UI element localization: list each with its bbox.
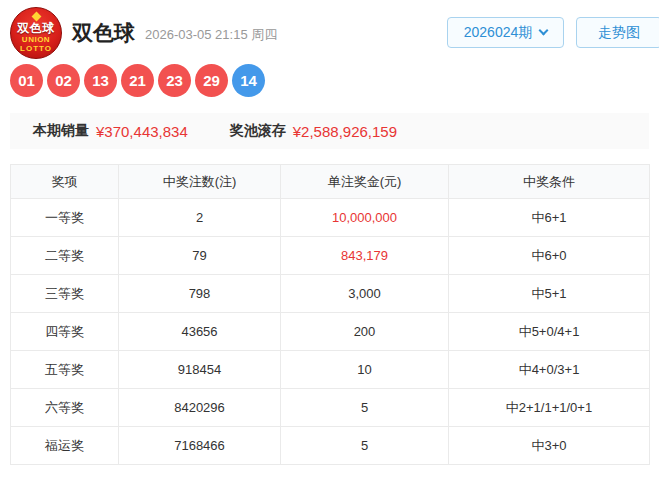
cell-count: 8420296 bbox=[119, 389, 281, 427]
union-lotto-logo: 双色球 UNION LOTTO bbox=[10, 7, 62, 59]
cell-condition: 中6+0 bbox=[449, 237, 650, 275]
red-ball: 01 bbox=[10, 64, 43, 97]
cell-condition: 中4+0/3+1 bbox=[449, 351, 650, 389]
red-ball: 02 bbox=[47, 64, 80, 97]
draw-datetime: 2026-03-05 21:15 周四 bbox=[145, 26, 277, 44]
column-header-count: 中奖注数(注) bbox=[119, 165, 281, 199]
blue-ball: 14 bbox=[232, 64, 265, 97]
logo-text-cn: 双色球 bbox=[17, 22, 55, 34]
pool-value: ¥2,588,926,159 bbox=[293, 123, 397, 140]
cell-prize: 三等奖 bbox=[11, 275, 119, 313]
chevron-down-icon bbox=[539, 26, 549, 36]
column-header-condition: 中奖条件 bbox=[449, 165, 650, 199]
page-title: 双色球 bbox=[72, 19, 135, 47]
cell-amount: 10,000,000 bbox=[281, 199, 449, 237]
cell-prize: 二等奖 bbox=[11, 237, 119, 275]
red-ball: 23 bbox=[158, 64, 191, 97]
pool-label: 奖池滚存 bbox=[230, 122, 286, 140]
cell-prize: 福运奖 bbox=[11, 427, 119, 465]
cell-count: 79 bbox=[119, 237, 281, 275]
cell-amount: 5 bbox=[281, 389, 449, 427]
logo-text-union: UNION bbox=[22, 36, 50, 44]
table-row: 五等奖91845410中4+0/3+1 bbox=[11, 351, 650, 389]
table-row: 六等奖84202965中2+1/1+1/0+1 bbox=[11, 389, 650, 427]
cell-prize: 一等奖 bbox=[11, 199, 119, 237]
cell-prize: 六等奖 bbox=[11, 389, 119, 427]
cell-count: 918454 bbox=[119, 351, 281, 389]
header: 双色球 UNION LOTTO 双色球 2026-03-05 21:15 周四 … bbox=[0, 0, 659, 56]
prize-table: 奖项 中奖注数(注) 单注奖金(元) 中奖条件 一等奖210,000,000中6… bbox=[10, 164, 650, 465]
ball-row: 01021321232914 bbox=[10, 64, 659, 97]
table-row: 三等奖7983,000中5+1 bbox=[11, 275, 650, 313]
cell-count: 43656 bbox=[119, 313, 281, 351]
table-row: 二等奖79843,179中6+0 bbox=[11, 237, 650, 275]
cell-condition: 中6+1 bbox=[449, 199, 650, 237]
red-ball: 29 bbox=[195, 64, 228, 97]
prize-table-body: 一等奖210,000,000中6+1二等奖79843,179中6+0三等奖798… bbox=[11, 199, 650, 465]
cell-amount: 843,179 bbox=[281, 237, 449, 275]
table-row: 福运奖71684665中3+0 bbox=[11, 427, 650, 465]
table-row: 四等奖43656200中5+0/4+1 bbox=[11, 313, 650, 351]
cell-condition: 中2+1/1+1/0+1 bbox=[449, 389, 650, 427]
cell-amount: 10 bbox=[281, 351, 449, 389]
lottery-result-page: 双色球 UNION LOTTO 双色球 2026-03-05 21:15 周四 … bbox=[0, 0, 659, 483]
period-dropdown[interactable]: 2026024期 bbox=[447, 17, 564, 48]
sales-value: ¥370,443,834 bbox=[96, 123, 188, 140]
table-row: 一等奖210,000,000中6+1 bbox=[11, 199, 650, 237]
logo-diamond-icon bbox=[31, 11, 41, 21]
cell-amount: 5 bbox=[281, 427, 449, 465]
table-header-row: 奖项 中奖注数(注) 单注奖金(元) 中奖条件 bbox=[11, 165, 650, 199]
period-dropdown-label: 2026024期 bbox=[464, 24, 533, 42]
cell-condition: 中5+0/4+1 bbox=[449, 313, 650, 351]
trend-chart-button[interactable]: 走势图 bbox=[576, 17, 659, 48]
logo-text-lotto: LOTTO bbox=[20, 45, 52, 53]
cell-count: 2 bbox=[119, 199, 281, 237]
cell-prize: 五等奖 bbox=[11, 351, 119, 389]
cell-condition: 中5+1 bbox=[449, 275, 650, 313]
trend-chart-button-label: 走势图 bbox=[598, 24, 640, 42]
cell-count: 7168466 bbox=[119, 427, 281, 465]
cell-amount: 3,000 bbox=[281, 275, 449, 313]
sales-bar: 本期销量 ¥370,443,834 奖池滚存 ¥2,588,926,159 bbox=[10, 113, 649, 149]
red-ball: 21 bbox=[121, 64, 154, 97]
cell-condition: 中3+0 bbox=[449, 427, 650, 465]
sales-label: 本期销量 bbox=[33, 122, 89, 140]
column-header-amount: 单注奖金(元) bbox=[281, 165, 449, 199]
cell-amount: 200 bbox=[281, 313, 449, 351]
red-ball: 13 bbox=[84, 64, 117, 97]
cell-count: 798 bbox=[119, 275, 281, 313]
column-header-prize: 奖项 bbox=[11, 165, 119, 199]
cell-prize: 四等奖 bbox=[11, 313, 119, 351]
